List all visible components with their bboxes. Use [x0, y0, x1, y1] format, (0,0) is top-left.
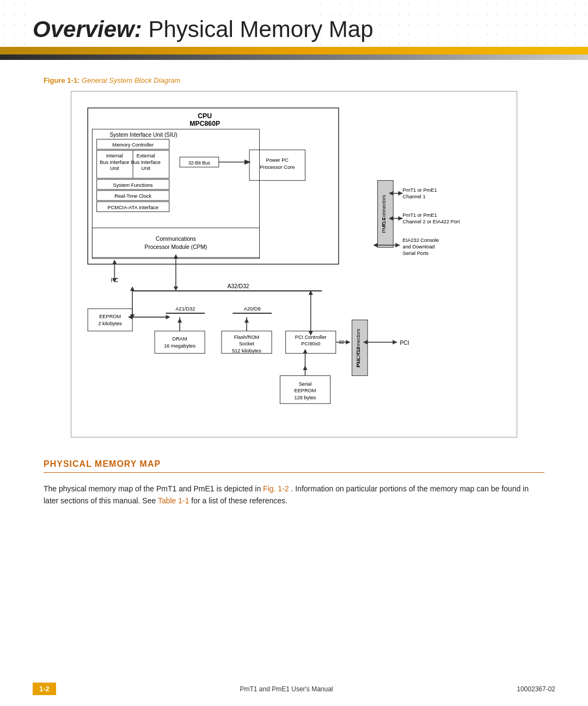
dot-grid-left [0, 0, 33, 49]
svg-marker-55 [174, 254, 178, 258]
svg-text:Real-Time Clock: Real-Time Clock [114, 193, 151, 199]
svg-text:2 kilobytes: 2 kilobytes [98, 321, 122, 326]
svg-text:Communcations: Communcations [156, 236, 196, 242]
page-number: 1-2 [33, 683, 56, 695]
section-heading: PHYSICAL MEMORY MAP [44, 459, 544, 473]
svg-text:External: External [137, 153, 155, 159]
svg-text:PmT1 or PmE1: PmT1 or PmE1 [403, 187, 437, 193]
svg-text:Channel 1: Channel 1 [403, 194, 426, 199]
svg-text:CPU: CPU [198, 112, 212, 120]
svg-text:Memory Controller: Memory Controller [112, 142, 154, 148]
main-content: Figure 1-1: General System Block Diagram… [0, 60, 588, 524]
svg-text:16 megabytes: 16 megabytes [164, 343, 195, 349]
svg-text:Internal: Internal [106, 153, 123, 159]
ref-table-1-1[interactable]: Table 1-1 [158, 496, 189, 505]
svg-text:Flash/ROM: Flash/ROM [234, 334, 260, 340]
svg-text:Bus Interface: Bus Interface [100, 160, 129, 165]
svg-text:MPC860P: MPC860P [189, 120, 220, 127]
svg-marker-51 [373, 243, 377, 247]
ref-fig-1-2[interactable]: Fig. 1-2 [263, 484, 289, 493]
svg-marker-62 [130, 287, 134, 291]
figure-number: Figure 1-1: [44, 76, 79, 84]
svg-text:DRAM: DRAM [173, 336, 187, 342]
svg-text:A20/D8: A20/D8 [244, 306, 261, 312]
svg-text:P11, P12: P11, P12 [356, 347, 361, 368]
block-diagram: CPU MPC860P System Interface Unit (SIU) … [71, 91, 517, 437]
svg-marker-97 [393, 340, 397, 344]
figure-label: Figure 1-1: General System Block Diagram [44, 76, 544, 84]
body-text-3: for a list of these references. [191, 496, 287, 505]
page-footer: 1-2 PmT1 and PmE1 User's Manual 10002367… [0, 683, 588, 695]
svg-text:Power PC: Power PC [266, 157, 289, 163]
svg-text:PmT1 or PmE1: PmT1 or PmE1 [403, 212, 437, 218]
svg-marker-75 [177, 318, 182, 322]
svg-text:Processor Module (CPM): Processor Module (CPM) [145, 244, 207, 250]
svg-rect-71 [155, 331, 205, 354]
diagram-svg: CPU MPC860P System Interface Unit (SIU) … [82, 102, 506, 426]
svg-text:Serial: Serial [299, 381, 312, 387]
svg-text:Serial Ports: Serial Ports [403, 251, 429, 256]
svg-marker-54 [174, 287, 178, 291]
dot-grid-right [316, 0, 588, 49]
svg-text:System Interface Unit (SIU): System Interface Unit (SIU) [109, 132, 177, 138]
svg-text:PCI90x0: PCI90x0 [301, 341, 320, 346]
svg-marker-90 [346, 340, 350, 344]
svg-text:Unit: Unit [142, 166, 151, 171]
title-bold: Overview: [33, 16, 142, 42]
svg-text:Bus Interface: Bus Interface [131, 160, 161, 165]
svg-marker-33 [112, 260, 117, 264]
svg-text:128 bytes: 128 bytes [295, 395, 316, 400]
svg-text:512 kilobytes: 512 kilobytes [232, 348, 261, 354]
svg-text:PCI: PCI [400, 340, 409, 346]
page-header: Overview: Physical Memory Map [0, 0, 588, 42]
svg-text:A32/D32: A32/D32 [228, 283, 249, 289]
document-number: 10002367-02 [517, 685, 555, 693]
svg-marker-67 [166, 315, 170, 319]
svg-text:P14: P14 [381, 218, 387, 227]
svg-marker-105 [303, 349, 307, 353]
svg-text:Processor Core: Processor Core [260, 165, 295, 170]
svg-text:PCMCIA-ATA Interface: PCMCIA-ATA Interface [108, 205, 158, 210]
svg-text:32-Bit Bus: 32-Bit Bus [188, 160, 211, 166]
svg-text:Channel 2 or EIA422 Port: Channel 2 or EIA422 Port [403, 219, 460, 224]
body-text-1: The physical memory map of the PmT1 and … [44, 484, 261, 493]
svg-marker-46 [398, 216, 402, 221]
svg-text:A21/D32: A21/D32 [175, 306, 195, 312]
document-title: PmT1 and PmE1 User's Manual [240, 685, 333, 693]
svg-text:System Functions: System Functions [113, 182, 154, 188]
svg-rect-27 [92, 228, 259, 258]
svg-text:EIA232 Console: EIA232 Console [403, 238, 439, 243]
svg-text:EEPROM: EEPROM [295, 388, 316, 393]
body-paragraph: The physical memory map of the PmT1 and … [44, 483, 544, 507]
svg-rect-58 [88, 309, 132, 331]
dark-bar [0, 54, 588, 60]
svg-marker-81 [244, 318, 249, 322]
svg-marker-68 [128, 315, 132, 319]
svg-text:Unit: Unit [110, 166, 119, 171]
svg-text:and Download: and Download [403, 244, 435, 249]
svg-text:EEPROM: EEPROM [99, 314, 121, 319]
section-title: PHYSICAL MEMORY MAP [44, 459, 544, 473]
svg-marker-52 [395, 243, 400, 247]
svg-text:Socket: Socket [239, 341, 255, 346]
svg-marker-41 [398, 191, 402, 196]
figure-caption: General System Block Diagram [82, 76, 180, 84]
